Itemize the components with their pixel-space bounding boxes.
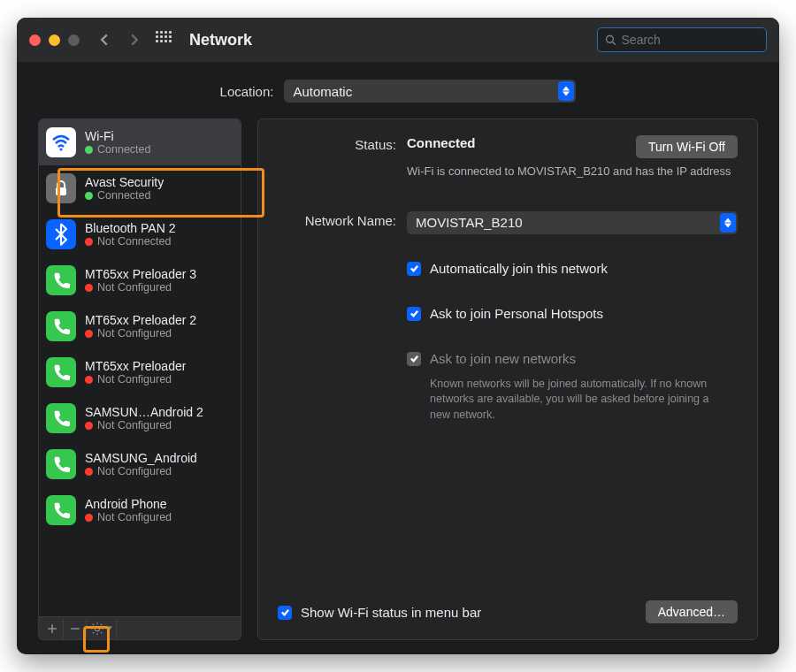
location-popup[interactable]: Automatic	[284, 80, 576, 103]
service-name: Bluetooth PAN 2	[85, 221, 175, 235]
status-dot-icon	[85, 514, 93, 522]
status-description: Wi-Fi is connected to MOVISTAR_B210 and …	[407, 164, 738, 179]
zoom-window-button[interactable]	[68, 34, 80, 46]
checkbox-checked-icon	[407, 307, 421, 321]
status-dot-icon	[85, 376, 93, 384]
status-dot-icon	[85, 330, 93, 338]
ask-networks-label: Ask to join new networks	[430, 351, 576, 366]
status-label: Status:	[278, 135, 396, 179]
show-all-prefs-button[interactable]	[154, 29, 175, 50]
service-detail-panel: Status: Connected Turn Wi-Fi Off Wi-Fi i…	[257, 118, 758, 640]
svg-point-4	[95, 626, 99, 630]
search-input[interactable]	[622, 33, 759, 47]
add-service-button[interactable]	[41, 619, 64, 638]
window-title: Network	[189, 31, 252, 50]
service-item-samsun-android-2[interactable]: SAMSUN…Android 2Not Configured	[39, 395, 241, 441]
back-button[interactable]	[94, 29, 115, 50]
status-dot-icon	[85, 192, 93, 200]
bt-icon	[46, 219, 76, 249]
grid-icon	[156, 31, 173, 49]
network-name-label: Network Name:	[278, 211, 396, 424]
service-item-wi-fi[interactable]: Wi-FiConnected	[39, 119, 241, 165]
popup-arrows-icon	[558, 81, 574, 101]
forward-button[interactable]	[124, 29, 145, 50]
auto-join-label: Automatically join this network	[430, 261, 608, 276]
network-name-popup[interactable]: MOVISTAR_B210	[407, 211, 738, 234]
ask-hotspots-label: Ask to join Personal Hotspots	[430, 306, 603, 321]
service-list[interactable]: Wi-FiConnectedAvast SecurityConnectedBlu…	[38, 118, 241, 617]
close-window-button[interactable]	[29, 34, 41, 46]
service-status: Not Configured	[85, 373, 186, 386]
remove-service-button[interactable]	[64, 619, 87, 638]
service-status: Connected	[85, 189, 164, 202]
search-field[interactable]	[597, 27, 767, 52]
titlebar: Network	[17, 18, 779, 62]
service-name: Android Phone	[85, 497, 172, 511]
minimize-window-button[interactable]	[49, 34, 60, 46]
phone-icon	[46, 357, 76, 387]
service-status: Not Configured	[85, 511, 172, 523]
service-item-mt65xx-preloader-3[interactable]: MT65xx Preloader 3Not Configured	[39, 257, 241, 303]
search-icon	[605, 34, 616, 46]
advanced-button[interactable]: Advanced…	[646, 600, 738, 623]
service-item-mt65xx-preloader[interactable]: MT65xx PreloaderNot Configured	[39, 349, 241, 395]
service-status: Not Connected	[85, 235, 175, 248]
service-list-toolbar	[38, 617, 241, 640]
service-name: MT65xx Preloader	[85, 359, 186, 373]
location-value: Automatic	[293, 84, 352, 99]
service-name: Wi-Fi	[85, 129, 150, 143]
svg-line-1	[613, 42, 616, 44]
service-status: Not Configured	[85, 465, 197, 477]
svg-rect-3	[56, 187, 66, 195]
lock-icon	[46, 173, 76, 203]
service-name: MT65xx Preloader 3	[85, 267, 196, 281]
network-preferences-window: Network Location: Automatic Wi-FiConnect…	[17, 18, 779, 654]
window-controls	[29, 34, 80, 46]
ask-hotspots-checkbox-row[interactable]: Ask to join Personal Hotspots	[407, 306, 738, 321]
status-dot-icon	[85, 422, 93, 430]
location-row: Location: Automatic	[38, 80, 758, 103]
popup-arrows-icon	[720, 213, 736, 233]
svg-point-2	[59, 148, 62, 150]
service-item-samsung-android[interactable]: SAMSUNG_AndroidNot Configured	[39, 441, 241, 487]
service-status: Connected	[85, 143, 150, 156]
service-name: SAMSUN…Android 2	[85, 405, 203, 419]
network-name-value: MOVISTAR_B210	[416, 215, 523, 230]
service-item-mt65xx-preloader-2[interactable]: MT65xx Preloader 2Not Configured	[39, 303, 241, 349]
phone-icon	[46, 403, 76, 433]
checkbox-checked-disabled-icon	[407, 352, 421, 366]
menubar-status-checkbox-row[interactable]: Show Wi-Fi status in menu bar	[278, 605, 637, 620]
service-name: SAMSUNG_Android	[85, 451, 197, 465]
service-name: MT65xx Preloader 2	[85, 313, 196, 327]
service-item-avast-security[interactable]: Avast SecurityConnected	[39, 165, 241, 211]
location-label: Location:	[220, 84, 274, 99]
menubar-status-label: Show Wi-Fi status in menu bar	[301, 605, 481, 620]
auto-join-checkbox-row[interactable]: Automatically join this network	[407, 261, 738, 276]
service-sidebar: Wi-FiConnectedAvast SecurityConnectedBlu…	[38, 118, 241, 640]
service-status: Not Configured	[85, 281, 196, 294]
status-dot-icon	[85, 146, 93, 154]
service-status: Not Configured	[85, 419, 203, 431]
status-dot-icon	[85, 238, 93, 246]
ask-networks-hint: Known networks will be joined automatica…	[430, 377, 731, 424]
status-value: Connected	[407, 135, 476, 150]
ask-networks-checkbox-row: Ask to join new networks	[407, 351, 738, 366]
service-name: Avast Security	[85, 175, 164, 189]
service-item-bluetooth-pan-2[interactable]: Bluetooth PAN 2Not Connected	[39, 211, 241, 257]
checkbox-checked-icon	[407, 262, 421, 276]
window-body: Location: Automatic Wi-FiConnectedAvast …	[17, 62, 779, 654]
service-status: Not Configured	[85, 327, 196, 340]
status-dot-icon	[85, 284, 93, 292]
checkbox-checked-icon	[278, 606, 292, 620]
phone-icon	[46, 311, 76, 341]
service-item-android-phone[interactable]: Android PhoneNot Configured	[39, 487, 241, 533]
service-actions-menu[interactable]	[87, 619, 117, 638]
phone-icon	[46, 495, 76, 525]
svg-point-0	[607, 35, 614, 42]
wifi-toggle-button[interactable]: Turn Wi-Fi Off	[636, 135, 738, 158]
wifi-icon	[46, 127, 76, 157]
phone-icon	[46, 265, 76, 295]
panel-bottom-row: Show Wi-Fi status in menu bar Advanced…	[278, 600, 738, 623]
status-dot-icon	[85, 468, 93, 476]
phone-icon	[46, 449, 76, 479]
